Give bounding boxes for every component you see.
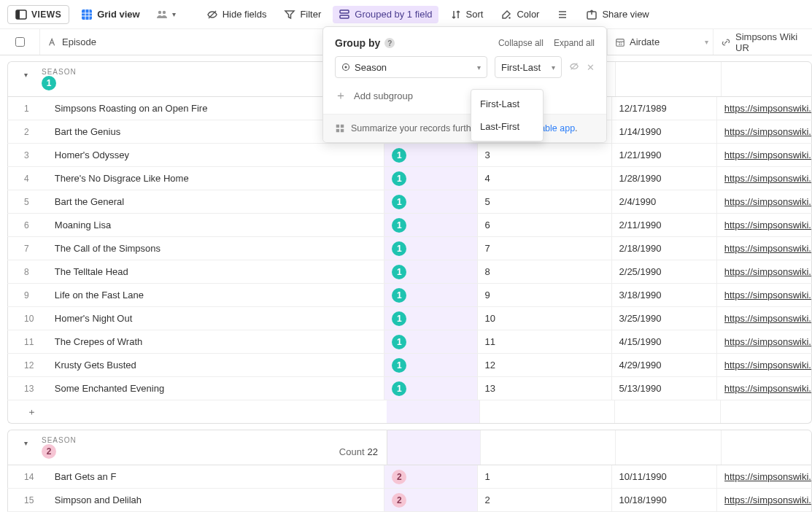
cell-episode-in-season[interactable]: 5 [478, 190, 612, 213]
cell-wiki[interactable]: https://simpsonswiki. [717, 167, 812, 190]
cell-episode-in-season[interactable]: 3 [478, 144, 612, 166]
add-record-button[interactable]: ＋ [7, 400, 387, 424]
cell-season[interactable]: 1 [384, 330, 477, 353]
group-order-select[interactable]: First-Last ▾ [495, 56, 562, 78]
cell-airdate[interactable]: 4/29/1990 [612, 354, 717, 376]
wiki-link[interactable]: https://simpsonswiki. [724, 266, 811, 277]
group-collapse-toggle[interactable]: ▾ [24, 439, 28, 447]
cell-wiki[interactable]: https://simpsonswiki. [717, 237, 812, 260]
table-row[interactable]: 13 Some Enchanted Evening 1 13 5/13/1990… [7, 377, 812, 400]
cell-wiki[interactable]: https://simpsonswiki. [717, 144, 812, 166]
cell-season[interactable]: 1 [384, 167, 477, 190]
wiki-link[interactable]: https://simpsonswiki. [724, 220, 811, 230]
wiki-link[interactable]: https://simpsonswiki. [724, 471, 811, 482]
select-all-checkbox[interactable] [15, 37, 25, 47]
table-row[interactable]: 14 Bart Gets an F 2 1 10/11/1990 https:/… [7, 465, 812, 489]
wiki-link[interactable]: https://simpsonswiki. [724, 313, 811, 324]
cell-airdate[interactable]: 1/21/1990 [612, 144, 717, 166]
cell-episode[interactable]: Homer's Odyssey [47, 144, 384, 166]
cell-wiki[interactable]: https://simpsonswiki. [717, 489, 812, 511]
cell-episode[interactable]: Some Enchanted Evening [47, 377, 384, 400]
chevron-down-icon[interactable]: ▾ [705, 38, 708, 46]
cell-episode-in-season[interactable]: 6 [478, 214, 612, 236]
wiki-link[interactable]: https://simpsonswiki. [724, 360, 811, 371]
cell-airdate[interactable]: 12/17/1989 [612, 97, 717, 120]
cell-season[interactable]: 1 [384, 354, 477, 376]
wiki-link[interactable]: https://simpsonswiki. [724, 383, 811, 394]
cell-airdate[interactable]: 2/25/1990 [612, 260, 717, 283]
cell-episode-in-season[interactable]: 7 [478, 237, 612, 260]
table-row[interactable]: 3 Homer's Odyssey 1 3 1/21/1990 https://… [7, 144, 812, 167]
cell-wiki[interactable]: https://simpsonswiki. [717, 284, 812, 306]
cell-episode-in-season[interactable]: 8 [478, 260, 612, 283]
cell-wiki[interactable]: https://simpsonswiki. [717, 260, 812, 283]
cell-wiki[interactable]: https://simpsonswiki. [717, 97, 812, 120]
expand-all-button[interactable]: Expand all [554, 38, 595, 48]
column-header-wiki[interactable]: Simpsons Wiki UR [714, 29, 812, 55]
cell-season[interactable]: 1 [384, 190, 477, 213]
cell-wiki[interactable]: https://simpsonswiki. [717, 465, 812, 488]
wiki-link[interactable]: https://simpsonswiki. [724, 126, 811, 137]
cell-episode[interactable]: Simpson and Delilah [47, 489, 384, 511]
cell-wiki[interactable]: https://simpsonswiki. [717, 120, 812, 143]
row-height-button[interactable] [551, 6, 574, 23]
add-subgroup-button[interactable]: ＋ Add subgroup [323, 85, 606, 114]
cell-episode-in-season[interactable]: 12 [478, 354, 612, 376]
cell-season[interactable]: 1 [384, 144, 477, 166]
cell-airdate[interactable]: 5/13/1990 [612, 377, 717, 400]
cell-season[interactable]: 2 [384, 465, 477, 488]
cell-wiki[interactable]: https://simpsonswiki. [717, 377, 812, 400]
cell-airdate[interactable]: 2/18/1990 [612, 237, 717, 260]
filter-button[interactable]: Filter [278, 6, 327, 23]
cell-wiki[interactable]: https://simpsonswiki. [717, 214, 812, 236]
cell-wiki[interactable]: https://simpsonswiki. [717, 307, 812, 330]
cell-season[interactable]: 1 [384, 307, 477, 330]
cell-episode[interactable]: Bart Gets an F [47, 465, 384, 488]
remove-group-icon[interactable]: ✕ [587, 62, 595, 73]
wiki-link[interactable]: https://simpsonswiki. [724, 336, 811, 347]
collaborators-button[interactable] [152, 7, 180, 22]
table-row[interactable]: 6 Moaning Lisa 1 6 2/11/1990 https://sim… [7, 214, 812, 237]
cell-season[interactable]: 1 [384, 377, 477, 400]
cell-airdate[interactable]: 3/18/1990 [612, 284, 717, 306]
table-row[interactable]: 8 The Telltale Head 1 8 2/25/1990 https:… [7, 260, 812, 284]
color-button[interactable]: Color [495, 6, 545, 23]
share-view-button[interactable]: Share view [580, 6, 654, 23]
cell-episode-in-season[interactable]: 9 [478, 284, 612, 306]
wiki-link[interactable]: https://simpsonswiki. [724, 150, 811, 160]
table-row[interactable]: 15 Simpson and Delilah 2 2 10/18/1990 ht… [7, 489, 812, 512]
cell-episode[interactable]: There's No Disgrace Like Home [47, 167, 384, 190]
group-collapse-toggle[interactable]: ▾ [24, 71, 28, 79]
sort-button[interactable]: Sort [444, 6, 490, 23]
cell-episode[interactable]: Krusty Gets Busted [47, 354, 384, 376]
cell-season[interactable]: 1 [384, 237, 477, 260]
cell-airdate[interactable]: 3/25/1990 [612, 307, 717, 330]
cell-season[interactable]: 1 [384, 214, 477, 236]
cell-episode-in-season[interactable]: 1 [478, 465, 612, 488]
cell-airdate[interactable]: 2/4/1990 [612, 190, 717, 213]
table-row[interactable]: 9 Life on the Fast Lane 1 9 3/18/1990 ht… [7, 284, 812, 307]
views-button[interactable]: VIEWS [7, 5, 69, 24]
group-button[interactable]: Grouped by 1 field [333, 6, 438, 23]
cell-airdate[interactable]: 4/15/1990 [612, 330, 717, 353]
table-row[interactable]: 11 The Crepes of Wrath 1 11 4/15/1990 ht… [7, 330, 812, 354]
cell-season[interactable]: 1 [384, 260, 477, 283]
wiki-link[interactable]: https://simpsonswiki. [724, 494, 811, 505]
table-row[interactable]: 5 Bart the General 1 5 2/4/1990 https://… [7, 190, 812, 214]
cell-airdate[interactable]: 1/28/1990 [612, 167, 717, 190]
table-row[interactable]: 7 The Call of the Simpsons 1 7 2/18/1990… [7, 237, 812, 260]
cell-airdate[interactable]: 1/14/1990 [612, 120, 717, 143]
wiki-link[interactable]: https://simpsonswiki. [724, 243, 811, 254]
cell-episode-in-season[interactable]: 2 [478, 489, 612, 511]
select-all-cell[interactable] [0, 29, 40, 55]
cell-airdate[interactable]: 2/11/1990 [612, 214, 717, 236]
grid-view-switcher[interactable]: Grid view [75, 6, 146, 23]
wiki-link[interactable]: https://simpsonswiki. [724, 173, 811, 184]
wiki-link[interactable]: https://simpsonswiki. [724, 290, 811, 300]
cell-episode[interactable]: The Crepes of Wrath [47, 330, 384, 353]
group-field-select[interactable]: Season ▾ [335, 56, 487, 78]
wiki-link[interactable]: https://simpsonswiki. [724, 103, 811, 114]
cell-episode-in-season[interactable]: 11 [478, 330, 612, 353]
cell-wiki[interactable]: https://simpsonswiki. [717, 330, 812, 353]
table-row[interactable]: 10 Homer's Night Out 1 10 3/25/1990 http… [7, 307, 812, 330]
